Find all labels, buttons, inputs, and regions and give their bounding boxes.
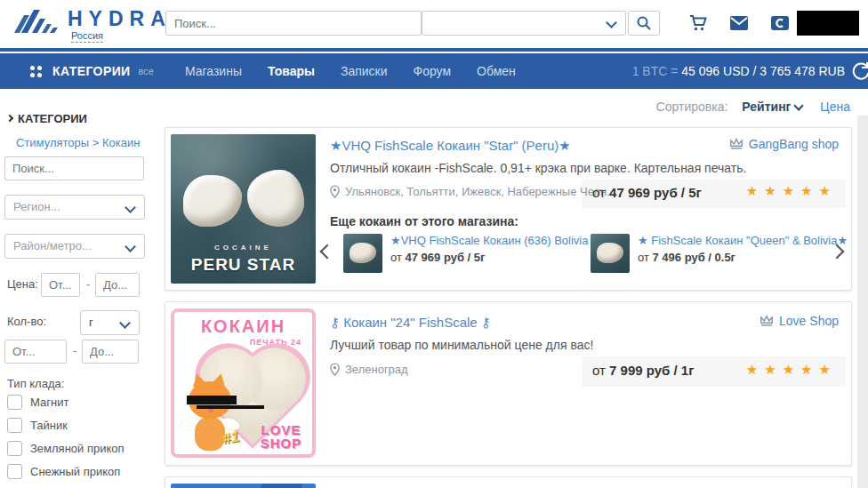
rating-stars[interactable]: ★★★★★	[746, 362, 837, 378]
listings-area: COCAINE PERU STAR ★VHQ FishScale Кокаин …	[165, 127, 852, 488]
search-button[interactable]	[628, 11, 660, 36]
listing-card: COCAINE PERU STAR ★VHQ FishScale Кокаин …	[165, 127, 852, 291]
image-caption: PERU STAR	[171, 255, 316, 275]
quantity-to-input[interactable]	[82, 340, 139, 364]
rate-value: 45 096 USD / 3 765 478 RUB	[681, 64, 845, 78]
price-from-input[interactable]	[41, 273, 80, 297]
hydra-logo-icon[interactable]	[12, 7, 62, 39]
breadcrumb[interactable]: Стимуляторы > Кокаин	[16, 136, 140, 149]
chevron-down-icon	[125, 241, 136, 252]
header-search-input[interactable]	[165, 11, 422, 36]
related-item-price: от 47 969 руб / 5г	[390, 251, 602, 264]
listing-card: КОКАИН ПЕЧАТЬ 24 #1 LOVE SHOP ⚷ Кокаин "…	[165, 301, 852, 466]
scrollbar-track[interactable]	[857, 116, 868, 488]
related-item-thumbnail[interactable]	[343, 234, 382, 273]
listing-price: от 47 969 руб / 5г	[592, 185, 702, 200]
checkbox-icon[interactable]	[7, 395, 22, 410]
crown-icon	[729, 138, 743, 150]
quantity-filter-label: Кол-во:	[7, 315, 46, 328]
refresh-rate-icon[interactable]	[850, 61, 868, 83]
sort-row: Сортировка: Рейтинг Цена	[0, 100, 850, 114]
rate-prefix: 1 BTC =	[632, 64, 679, 78]
logo-region[interactable]: Россия	[71, 30, 103, 43]
grid-icon[interactable]	[29, 65, 43, 78]
range-dash: -	[86, 277, 90, 291]
range-dash: -	[73, 344, 76, 357]
listing-location: Зеленоград	[330, 363, 408, 376]
sort-label: Сортировка:	[656, 100, 728, 114]
listing-description: Отличный кокаин -FishScale. 0,91+ крэка …	[330, 161, 746, 175]
quantity-unit-select[interactable]: г	[80, 310, 140, 335]
sidebar-categories-header[interactable]: КАТЕГОРИИ	[7, 112, 87, 125]
related-item-title[interactable]: ★ FishScale Кокаин "Queen" & Bolivia★	[638, 234, 848, 247]
related-item-title[interactable]: ★VHQ FishScale Кокаин (636) Bolivia ★	[390, 234, 602, 247]
related-item[interactable]: ★VHQ FishScale Кокаин (636) Bolivia ★ от…	[343, 234, 602, 273]
related-item-thumbnail[interactable]	[591, 234, 630, 273]
nav-item-goods[interactable]: Товары	[268, 64, 315, 78]
carousel-prev-icon[interactable]	[320, 244, 335, 260]
page: HYDRA Россия	[0, 0, 868, 488]
listing-card	[165, 476, 852, 488]
district-metro-select[interactable]: Район/метро...	[4, 234, 145, 259]
checkbox-magnet[interactable]: Магнит	[7, 395, 68, 410]
nav-item-exchange[interactable]: Обмен	[477, 64, 516, 78]
messages-icon[interactable]	[729, 15, 749, 31]
price-filter-label: Цена:	[7, 277, 38, 291]
listing-price: от 7 999 руб / 1г	[592, 363, 694, 378]
cart-icon[interactable]	[688, 13, 708, 33]
checkbox-icon[interactable]	[7, 418, 22, 433]
checkbox-snow[interactable]: Снежный прикоп	[7, 464, 120, 479]
top-bar: HYDRA Россия	[0, 0, 868, 52]
listing-description: Лучший товар по минимальной цене для вас…	[330, 338, 593, 352]
nav-items: Магазины Товары Записки Форум Обмен	[185, 64, 516, 78]
checkbox-stash[interactable]: Тайник	[7, 418, 68, 433]
listing-location: Ульяновск, Тольятти, Ижевск, Набережные …	[330, 185, 616, 198]
price-to-input[interactable]	[95, 273, 140, 297]
username-redacted[interactable]	[797, 11, 859, 36]
chevron-right-icon	[6, 115, 13, 122]
image-caption: COCAINE	[171, 244, 316, 252]
crown-icon	[760, 315, 774, 327]
sort-by-price[interactable]: Цена	[820, 100, 850, 114]
listing-title[interactable]: ⚷ Кокаин "24" FishScale ⚷	[330, 315, 491, 331]
chevron-down-icon	[125, 202, 136, 213]
related-item-price: от 7 496 руб / 0.5г	[638, 251, 848, 264]
kitten-mascot: #1	[183, 378, 245, 458]
nav-item-forum[interactable]: Форум	[414, 64, 452, 78]
checkbox-buried[interactable]: Земляной прикоп	[7, 441, 125, 456]
search-icon	[636, 15, 652, 31]
location-pin-icon	[330, 363, 340, 376]
checkbox-icon[interactable]	[7, 464, 22, 479]
chevron-down-icon	[119, 317, 131, 329]
nav-item-shops[interactable]: Магазины	[185, 64, 242, 78]
image-caption: КОКАИН	[174, 316, 312, 337]
product-image[interactable]: КОКАИН ПЕЧАТЬ 24 #1 LOVE SHOP	[171, 308, 316, 458]
header-category-select[interactable]	[422, 11, 626, 36]
rating-stars[interactable]: ★★★★★	[746, 183, 837, 199]
nav-all[interactable]: все	[139, 66, 154, 76]
region-select[interactable]: Регион...	[4, 195, 145, 220]
chevron-down-icon	[606, 17, 617, 28]
listing-title[interactable]: ★VHQ FishScale Кокаин "Star" (Peru)★	[330, 138, 571, 154]
shop-link[interactable]: Love Shop	[760, 314, 839, 328]
sort-by-rating[interactable]: Рейтинг	[742, 100, 802, 114]
logo-title[interactable]: HYDRA	[68, 7, 172, 31]
nav-categories[interactable]: КАТЕГОРИИ	[52, 64, 131, 78]
shop-link[interactable]: GangBang shop	[729, 137, 839, 151]
sidebar-search-input[interactable]	[4, 156, 144, 180]
main-nav: КАТЕГОРИИ все Магазины Товары Записки Фо…	[0, 53, 868, 89]
product-image[interactable]	[171, 484, 316, 488]
image-caption: #1	[221, 428, 240, 449]
chevron-down-icon	[794, 100, 804, 110]
checkbox-icon[interactable]	[7, 441, 22, 456]
location-pin-icon	[330, 185, 340, 198]
related-item[interactable]: ★ FishScale Кокаин "Queen" & Bolivia★ от…	[591, 234, 848, 273]
wallet-icon[interactable]	[770, 15, 790, 31]
exchange-rate: 1 BTC = 45 096 USD / 3 765 478 RUB	[632, 64, 845, 78]
product-image[interactable]: COCAINE PERU STAR	[171, 134, 316, 284]
quantity-from-input[interactable]	[4, 340, 67, 364]
image-caption: LOVE SHOP	[258, 423, 304, 450]
stash-type-label: Тип клада:	[7, 377, 64, 390]
nav-item-notes[interactable]: Записки	[341, 64, 388, 78]
more-from-shop-label: Еще кокаин от этого магазина:	[330, 214, 518, 228]
